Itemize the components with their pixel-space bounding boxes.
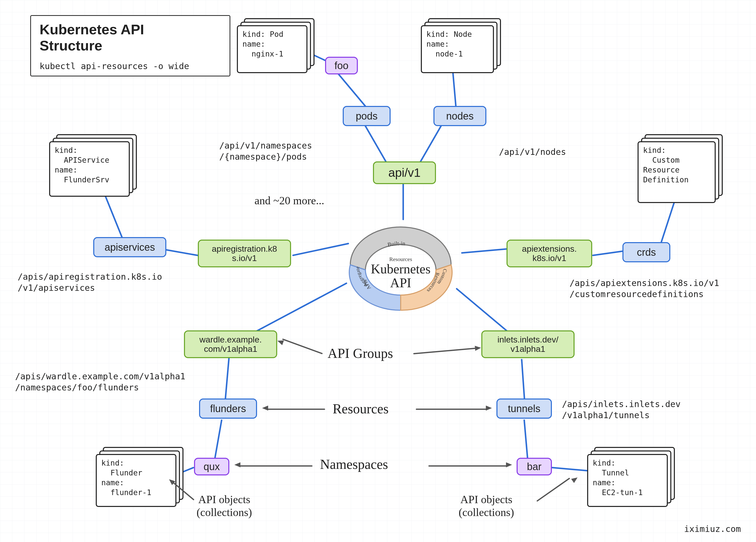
group-wardle: wardle.example. com/v1alpha1: [184, 331, 277, 358]
group-inlets: inlets.inlets.dev/ v1alpha1: [481, 331, 575, 358]
object-node-text: kind: Node name: node-1: [426, 29, 488, 59]
object-pod-name: nginx-1: [251, 49, 283, 58]
path-tunnels: /apis/inlets.inlets.dev /v1alpha1/tunnel…: [562, 399, 681, 421]
namespace-qux-label: qux: [204, 461, 220, 472]
api-ring: Built-in Resources Aggregated APIs Custo…: [335, 219, 466, 325]
object-node-kind: Node: [454, 30, 472, 39]
object-tunnel-name: EC2-tun-1: [602, 488, 643, 497]
object-apiservice-text: kind: APIService name: FlunderSrv: [55, 145, 124, 185]
arrow-head: [234, 462, 240, 467]
path-apiservices: /apis/apiregistration.k8s.io /v1/apiserv…: [18, 271, 162, 293]
svg-text:Built-in: Built-in: [387, 240, 405, 248]
object-flunder-kind: Flunder: [110, 468, 142, 477]
path-nodes: /api/v1/nodes: [499, 146, 566, 157]
group-apiextensions: apiextensions. k8s.io/v1: [507, 239, 592, 267]
legend-resources: Resources: [333, 401, 389, 417]
resource-flunders-label: flunders: [210, 403, 246, 414]
edge: [247, 282, 348, 337]
group-core-label: api/v1: [388, 166, 421, 179]
arrow: [239, 465, 312, 467]
resource-nodes-label: nodes: [446, 110, 474, 121]
group-core: api/v1: [373, 161, 436, 184]
ring-center-label: Kubernetes API: [335, 262, 466, 290]
path-crds: /apis/apiextensions.k8s.io/v1 /customres…: [570, 278, 719, 300]
edge: [592, 250, 625, 256]
resource-tunnels-label: tunnels: [508, 403, 541, 414]
group-apiregistration-label: apiregistration.k8 s.io/v1: [212, 244, 277, 263]
object-flunder-name: flunder-1: [110, 488, 151, 497]
arrow-head: [571, 475, 579, 483]
title-card: Kubernetes API Structure kubectl api-res…: [30, 15, 230, 76]
namespace-foo-label: foo: [334, 60, 349, 71]
path-pods: /api/v1/namespaces /{namespace}/pods: [219, 140, 312, 162]
resource-pods: pods: [343, 106, 391, 126]
arrow: [416, 409, 486, 410]
arrow: [537, 478, 570, 502]
legend-api-objects-right: API objects (collections): [459, 493, 514, 519]
resource-apiservices: apiservices: [93, 237, 166, 257]
namespace-foo: foo: [325, 57, 358, 74]
namespace-qux: qux: [194, 458, 229, 475]
page-title: Kubernetes API Structure: [40, 21, 221, 54]
arrow: [413, 348, 476, 354]
arrow-head: [486, 406, 492, 411]
object-crd-text: kind: Custom Resource Definition: [643, 145, 710, 185]
object-crd-kind: Custom Resource Definition: [643, 156, 689, 184]
misc-and-more: and ~20 more...: [255, 194, 324, 207]
resource-apiservices-label: apiservices: [105, 241, 155, 253]
arrow: [267, 409, 325, 410]
resource-crds: crds: [622, 242, 670, 262]
arrow: [282, 339, 323, 354]
edge: [461, 248, 512, 254]
object-node-name: node-1: [435, 49, 463, 58]
resource-nodes: nodes: [433, 106, 486, 126]
namespace-bar: bar: [517, 458, 552, 475]
edge: [162, 248, 200, 256]
object-flunder-text: kind: Flunder name: flunder-1: [101, 458, 171, 497]
arrow-head: [475, 345, 481, 351]
object-tunnel-kind: Tunnel: [602, 468, 629, 477]
object-pod-kind: Pod: [270, 30, 283, 39]
path-flunders: /apis/wardle.example.com/v1alpha1 /names…: [15, 371, 185, 393]
credit: iximiuz.com: [684, 523, 741, 534]
object-apiservice-kind: APIService: [64, 156, 109, 164]
namespace-bar-label: bar: [527, 461, 542, 472]
arrow: [428, 465, 507, 467]
object-tunnel-text: kind: Tunnel name: EC2-tun-1: [593, 458, 662, 497]
resource-crds-label: crds: [637, 247, 656, 258]
arrow-head: [506, 462, 512, 467]
group-apiextensions-label: apiextensions. k8s.io/v1: [522, 244, 577, 263]
object-apiservice-name: FlunderSrv: [64, 175, 109, 184]
object-pod-text: kind: Pod name: nginx-1: [242, 29, 302, 59]
legend-api-groups: API Groups: [328, 346, 393, 361]
ring-seg-builtin-l1: Built-in: [387, 240, 405, 248]
legend-api-objects-left: API objects (collections): [197, 493, 252, 519]
group-inlets-label: inlets.inlets.dev/ v1alpha1: [497, 335, 558, 354]
arrow-head: [262, 406, 268, 411]
resource-pods-label: pods: [356, 110, 378, 121]
legend-namespaces: Namespaces: [320, 457, 388, 472]
title-command: kubectl api-resources -o wide: [40, 61, 221, 71]
group-apiregistration: apiregistration.k8 s.io/v1: [198, 239, 291, 267]
resource-tunnels: tunnels: [496, 399, 552, 419]
resource-flunders: flunders: [199, 399, 257, 419]
ring-seg-builtin-l2b: Resources: [389, 256, 412, 262]
group-wardle-label: wardle.example. com/v1alpha1: [199, 335, 262, 354]
